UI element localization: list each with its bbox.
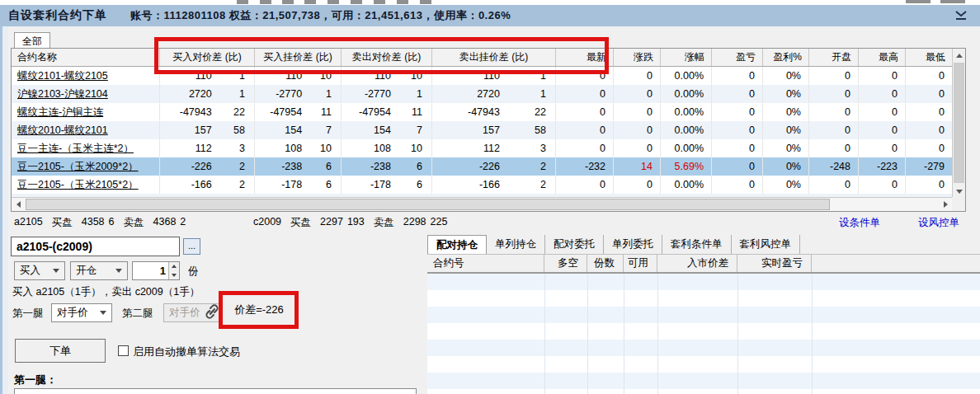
vertical-scrollbar[interactable]: [952, 49, 965, 198]
quote-cell: 1101: [432, 67, 556, 85]
column-header[interactable]: 涨跌: [614, 49, 661, 66]
quote-cell: 0%: [763, 157, 809, 176]
auto-cancel-checkbox[interactable]: [118, 345, 129, 356]
quote-cell: 0.00%: [661, 67, 712, 85]
column-header[interactable]: 最新: [556, 49, 614, 66]
spin-buttons[interactable]: [168, 262, 179, 279]
quote-cell: -1786: [255, 176, 342, 194]
leg2-code: c2009: [253, 216, 281, 230]
horizontal-scroll-thumb[interactable]: [26, 199, 830, 210]
quote-cell: 0: [712, 85, 763, 103]
quote-row[interactable]: 豆一2105-（玉米2105*2）-1662-1786-1786-1662000…: [12, 176, 953, 194]
column-header[interactable]: 最低: [906, 49, 953, 66]
quote-cell: -1662: [160, 176, 255, 194]
positions-tab[interactable]: 单列委托: [604, 235, 662, 254]
column-header[interactable]: 合约名称: [12, 49, 160, 66]
scroll-down-icon[interactable]: [953, 185, 966, 198]
quantity-stepper[interactable]: 1: [132, 261, 180, 280]
contract-name[interactable]: 豆一2105-（玉米2009*2）: [12, 157, 160, 176]
quote-cell: 0: [859, 139, 906, 157]
quote-cell: 0.00%: [661, 121, 712, 139]
contract-name[interactable]: 螺纹2010-螺纹2101: [12, 121, 160, 139]
quote-row[interactable]: 豆一主连-（玉米主连*2）112310810108101123000.00%00…: [12, 139, 953, 157]
set-condition-order-link[interactable]: 设条件单: [839, 216, 880, 230]
window-title: 自设套利合约下单: [8, 8, 107, 23]
column-header[interactable]: 卖出挂价差 (比): [432, 49, 556, 66]
scroll-right-icon[interactable]: [939, 198, 953, 211]
pair-code-input[interactable]: a2105-(c2009): [11, 237, 180, 256]
contract-name[interactable]: 豆一主连-（玉米主连*2）: [12, 139, 160, 157]
leg1-label: 第一腿: [12, 307, 44, 321]
direction-select[interactable]: 买入: [14, 261, 65, 280]
quote-row[interactable]: 沪镍2103-沪镍210427201-27701-2770127201000.0…: [12, 85, 953, 103]
quote-row[interactable]: 螺纹2010-螺纹2101157581547154715758000.00%00…: [12, 121, 953, 139]
quantity-value[interactable]: 1: [133, 262, 168, 279]
contract-name[interactable]: 螺纹2101-螺纹2105: [12, 67, 160, 85]
column-header[interactable]: 买入对价差 (比): [160, 49, 255, 66]
submit-order-button[interactable]: 下单: [15, 339, 106, 363]
scroll-left-icon[interactable]: [12, 198, 26, 211]
positions-column-header[interactable]: 可用: [624, 255, 657, 272]
positions-column-header[interactable]: 合约号: [427, 255, 544, 272]
quote-cell: 1123: [160, 139, 255, 157]
scroll-up-icon[interactable]: [953, 49, 966, 62]
positions-tab[interactable]: 套利风控单: [732, 235, 801, 254]
quote-cell: 0: [712, 157, 763, 176]
quote-cell: 0: [712, 67, 763, 85]
quote-cell: -248: [809, 157, 859, 176]
column-header[interactable]: 开盘: [809, 49, 859, 66]
positions-column-header[interactable]: 实时盈亏: [737, 255, 812, 272]
quote-cell: -4794322: [160, 103, 255, 121]
set-risk-order-link[interactable]: 设风控单: [918, 216, 959, 230]
quote-cell: 0: [614, 85, 661, 103]
quote-row[interactable]: 螺纹2101-螺纹2105110111010110101101000.00%00…: [12, 67, 953, 85]
contract-name[interactable]: 沪镍2103-沪镍2104: [12, 85, 160, 103]
spin-down-icon[interactable]: [169, 271, 179, 280]
link-legs-icon[interactable]: [203, 303, 221, 320]
positions-tab[interactable]: 配对委托: [545, 235, 604, 254]
quote-row[interactable]: 螺纹主连-沪铜主连-4794322-4795411-4795411-479432…: [12, 103, 953, 121]
column-header[interactable]: 盈亏: [712, 49, 763, 66]
contract-name[interactable]: 豆一2105-（玉米2105*2）: [12, 176, 160, 194]
quote-cell: 0: [906, 121, 953, 139]
quote-cell: 5.69%: [661, 157, 712, 176]
column-header[interactable]: 卖出对价差 (比): [342, 49, 432, 66]
quote-cell: 10810: [255, 139, 342, 157]
quote-cell: -279: [906, 157, 953, 176]
offset-select[interactable]: 开仓: [70, 261, 128, 280]
column-header[interactable]: 买入挂价差 (比): [255, 49, 342, 66]
chevron-down-icon: [53, 269, 59, 273]
bid-label: 买盘: [52, 216, 73, 230]
positions-column-header[interactable]: 份数: [587, 255, 624, 272]
quote-cell: -4794322: [432, 103, 556, 121]
leg1-price-select[interactable]: 对手价: [51, 303, 112, 322]
tab-all[interactable]: 全部: [14, 32, 50, 49]
positions-column-header[interactable]: 多空: [544, 255, 587, 272]
collapse-icon[interactable]: [954, 9, 968, 22]
vertical-scroll-thumb[interactable]: [954, 63, 964, 183]
positions-tabs: 配对持仓单列持仓配对委托单列委托套利条件单套利风控单: [427, 235, 800, 254]
column-header[interactable]: 涨幅: [661, 49, 712, 66]
positions-column-header[interactable]: 入市价差: [657, 255, 737, 272]
quote-cell: 0: [809, 103, 859, 121]
quote-cell: 0%: [763, 176, 809, 194]
quote-cell: 0: [906, 139, 953, 157]
positions-tab[interactable]: 套利条件单: [662, 235, 732, 254]
spin-up-icon[interactable]: [169, 262, 179, 271]
quote-cell: 0: [556, 139, 614, 157]
browse-pair-button[interactable]: ...: [183, 238, 200, 255]
gridline: [544, 274, 545, 394]
quote-row[interactable]: 豆一2105-（玉米2009*2）-2262-2386-2386-2262-23…: [12, 157, 953, 176]
positions-tab[interactable]: 配对持仓: [427, 235, 487, 254]
spread-value-label: 价差=-226: [224, 295, 294, 325]
quote-cell: 0%: [763, 85, 809, 103]
quote-cell: -2386: [342, 157, 432, 176]
horizontal-scrollbar[interactable]: [12, 197, 953, 211]
positions-tab[interactable]: 单列持仓: [487, 235, 545, 254]
contract-name[interactable]: 螺纹主连-沪铜主连: [12, 103, 160, 121]
column-header[interactable]: 最高: [859, 49, 906, 66]
quote-table-header: 合约名称买入对价差 (比)买入挂价差 (比)卖出对价差 (比)卖出挂价差 (比)…: [12, 49, 953, 67]
quote-cell: 0: [614, 121, 661, 139]
column-header[interactable]: 盈利%: [763, 49, 809, 66]
quote-cell: 10810: [342, 139, 432, 157]
